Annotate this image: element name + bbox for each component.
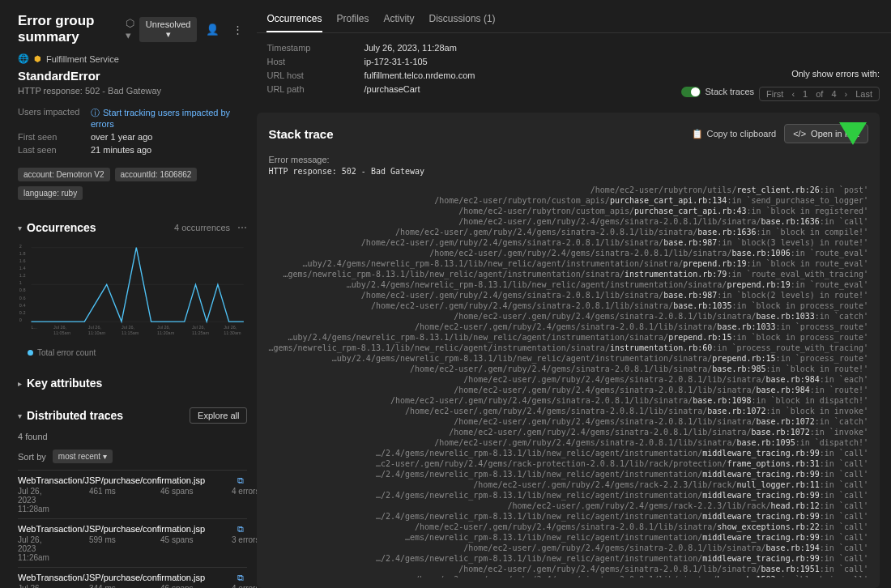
- host-label: Host: [266, 57, 364, 66]
- trace-item[interactable]: WebTransaction/JSP/purchase/confirmation…: [18, 470, 247, 518]
- tab-occurrences[interactable]: Occurrences: [266, 6, 322, 32]
- trace-item[interactable]: WebTransaction/JSP/purchase/confirmation…: [18, 518, 247, 567]
- trace-errors: 4 errors: [232, 584, 257, 588]
- svg-text:1.4: 1.4: [19, 266, 26, 271]
- tab-discussions[interactable]: Discussions (1): [429, 6, 496, 32]
- svg-text:1: 1: [19, 280, 22, 285]
- svg-text:Jul 26,: Jul 26,: [224, 325, 237, 330]
- tag[interactable]: accountId: 1606862: [115, 168, 198, 181]
- status-dropdown[interactable]: Unresolved ▾: [139, 17, 198, 42]
- svg-text:Jul 26,: Jul 26,: [88, 325, 102, 330]
- trace-item[interactable]: WebTransaction/JSP/purchase/confirmation…: [18, 567, 247, 588]
- svg-text:Jul 26,: Jul 26,: [157, 325, 171, 330]
- trace-errors: 3 errors: [232, 535, 257, 562]
- stacktraces-toggle-label: Stack traces: [706, 87, 755, 96]
- urlhost-label: URL host: [266, 70, 364, 80]
- more-icon[interactable]: ⋯: [237, 222, 247, 233]
- pager-pos: 1: [799, 89, 811, 99]
- sort-label: Sort by: [18, 452, 46, 462]
- trace-name: WebTransaction/JSP/purchase/confirmation…: [18, 475, 247, 485]
- stack-trace-title: Stack trace: [268, 127, 333, 141]
- svg-text:11:15am: 11:15am: [122, 330, 139, 335]
- svg-text:1.2: 1.2: [19, 273, 26, 278]
- pager-next-icon[interactable]: ›: [842, 89, 851, 99]
- open-trace-icon[interactable]: ⧉: [237, 573, 244, 583]
- last-seen-label: Last seen: [18, 145, 91, 155]
- timestamp-value: July 26, 2023, 11:28am: [364, 43, 456, 53]
- open-trace-icon[interactable]: ⧉: [237, 524, 244, 535]
- pager-first[interactable]: First: [763, 89, 787, 99]
- key-attributes-title: Key attributes: [27, 377, 102, 390]
- open-trace-icon[interactable]: ⧉: [237, 475, 244, 486]
- first-seen-value: over 1 year ago: [91, 132, 152, 142]
- traces-title: Distributed traces: [27, 409, 123, 422]
- occurrences-count: 4 occurrences: [174, 223, 230, 232]
- urlpath-label: URL path: [266, 84, 364, 94]
- svg-text:1.6: 1.6: [19, 258, 26, 263]
- more-menu-icon[interactable]: ⋮: [228, 21, 247, 38]
- pager-prev-icon[interactable]: ‹: [788, 89, 798, 99]
- svg-text:2: 2: [19, 244, 22, 249]
- tag[interactable]: account: Demotron V2: [18, 168, 110, 181]
- chart-legend: Total error count: [18, 348, 247, 357]
- copy-icon: 📋: [692, 129, 703, 139]
- trace-name: WebTransaction/JSP/purchase/confirmation…: [18, 524, 247, 534]
- svg-text:0.8: 0.8: [19, 288, 26, 293]
- legend-dot-icon: [28, 350, 33, 356]
- only-show-label: Only show errors with:: [681, 69, 880, 79]
- pager-of: of: [812, 89, 826, 99]
- chevron-down-icon[interactable]: ▾: [18, 411, 22, 420]
- error-message-text: HTTP response: 502 - Bad Gateway: [268, 166, 868, 177]
- last-seen-value: 21 minutes ago: [91, 145, 151, 155]
- pager-total: 4: [828, 89, 839, 99]
- occurrences-title: Occurrences: [27, 221, 96, 234]
- sort-dropdown[interactable]: most recent ▾: [53, 450, 113, 463]
- open-in-ide-button[interactable]: </> Open in IDE: [784, 124, 868, 143]
- tags-container: account: Demotron V2 accountId: 1606862 …: [18, 168, 247, 200]
- pager-last[interactable]: Last: [852, 89, 876, 99]
- svg-text:0.6: 0.6: [19, 296, 26, 300]
- svg-text:11:05am: 11:05am: [53, 330, 71, 335]
- svg-text:0.4: 0.4: [19, 303, 26, 308]
- first-seen-label: First seen: [18, 132, 91, 142]
- traces-found: 4 found: [18, 432, 247, 441]
- svg-text:0: 0: [19, 317, 22, 322]
- copy-clipboard-button[interactable]: 📋 Copy to clipboard: [692, 129, 777, 139]
- trace-name: WebTransaction/JSP/purchase/confirmation…: [18, 573, 247, 582]
- occurrences-chart[interactable]: 21.81.6 1.41.21 0.80.60.4 0.20 L... Jul …: [18, 239, 247, 345]
- code-icon: </>: [793, 129, 806, 138]
- svg-text:1.8: 1.8: [19, 251, 26, 256]
- stacktraces-toggle[interactable]: [681, 87, 701, 97]
- svg-text:0.2: 0.2: [19, 310, 26, 315]
- stack-trace-body[interactable]: /home/ec2-user/rubytron/utils/rest_clien…: [268, 185, 868, 577]
- trace-timestamp: Jul 26, 2023 11:26am: [18, 535, 57, 562]
- info-icon: ⓘ: [91, 108, 100, 117]
- host-value: ip-172-31-1-105: [364, 57, 427, 66]
- tab-profiles[interactable]: Profiles: [337, 6, 369, 32]
- chevron-down-icon[interactable]: ▾: [18, 224, 22, 232]
- tracking-link[interactable]: Start tracking users impacted by errors: [91, 108, 230, 129]
- error-subtitle: HTTP response: 502 - Bad Gateway: [18, 86, 247, 96]
- trace-timestamp: Jul 26, 2023 11:18am: [18, 584, 57, 588]
- entity-icon: ⬡ ▾: [126, 17, 134, 41]
- urlhost-value: fulfillment.telco.nrdemo.com: [364, 70, 475, 80]
- trace-duration: 344 ms: [89, 584, 128, 588]
- svg-text:L...: L...: [31, 325, 37, 330]
- trace-spans: 46 spans: [160, 487, 199, 513]
- tag[interactable]: language: ruby: [18, 186, 83, 200]
- tab-activity[interactable]: Activity: [384, 6, 415, 32]
- error-name: StandardError: [18, 69, 247, 83]
- assign-user-icon[interactable]: 👤: [202, 21, 224, 38]
- timestamp-label: Timestamp: [266, 43, 364, 53]
- explore-all-button[interactable]: Explore all: [190, 407, 247, 424]
- svg-text:11:20am: 11:20am: [157, 330, 175, 335]
- chevron-right-icon[interactable]: ▸: [18, 379, 22, 388]
- svg-text:11:10am: 11:10am: [88, 330, 106, 335]
- service-name[interactable]: Fulfillment Service: [46, 54, 119, 64]
- urlpath-value: /purchaseCart: [364, 84, 420, 94]
- trace-errors: 4 errors: [232, 487, 257, 513]
- service-hex-icon: ⬢: [34, 54, 41, 63]
- svg-text:Jul 26,: Jul 26,: [53, 325, 67, 330]
- trace-spans: 46 spans: [160, 584, 199, 588]
- trace-duration: 599 ms: [89, 535, 128, 562]
